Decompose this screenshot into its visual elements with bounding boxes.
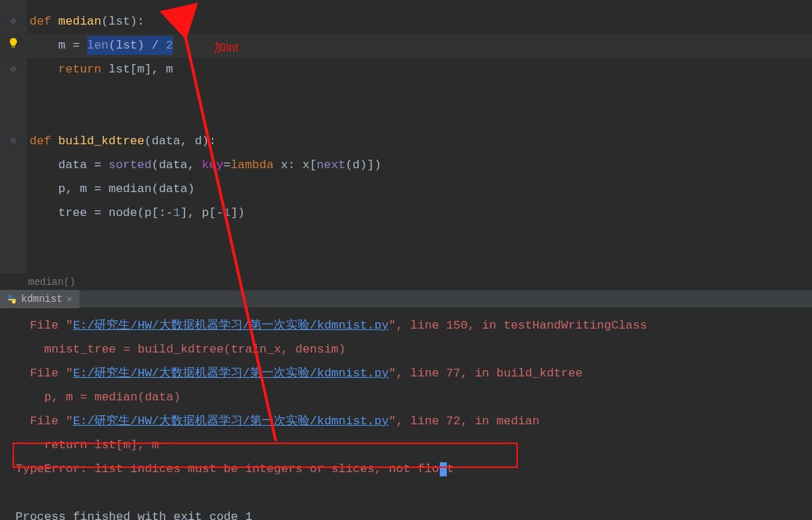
code-line[interactable]: p, m = median(data)	[0, 177, 812, 201]
code-token: len	[87, 39, 109, 52]
code-line[interactable]	[0, 82, 812, 106]
traceback-line: File "E:/研究生/HW/大数据机器学习/第一次实验/kdmnist.py…	[15, 410, 812, 433]
code-token: next	[317, 158, 345, 172]
code-line[interactable]: tree = node(p[:-1], p[-1])	[0, 201, 812, 225]
code-token: (lst):	[101, 15, 144, 28]
code-line[interactable]: m = len(lst) / 2	[0, 34, 812, 58]
svg-rect-0	[12, 46, 15, 48]
code-token: return	[58, 63, 108, 76]
intention-bulb-icon[interactable]	[0, 34, 27, 58]
code-editor[interactable]: ⊖def median(lst): m = len(lst) / 2⊖ retu…	[0, 0, 812, 273]
code-token: ], p[-	[180, 206, 223, 220]
code-line[interactable]: ⊖def build_kdtree(data, d):	[0, 129, 812, 153]
code-token: median	[58, 15, 101, 28]
code-token: 2	[166, 39, 173, 52]
code-token: sorted	[108, 158, 151, 172]
code-token: lambda	[231, 158, 281, 172]
python-file-icon	[7, 294, 17, 304]
code-token	[30, 63, 58, 76]
code-token: data =	[30, 158, 108, 172]
fold-icon[interactable]: ⊖	[0, 10, 27, 34]
code-token: tree = node(p[:-	[30, 206, 173, 220]
error-message: TypeError: list indices must be integers…	[15, 457, 812, 481]
traceback-file-link[interactable]: E:/研究生/HW/大数据机器学习/第一次实验/kdmnist.py	[73, 319, 389, 332]
code-token: x: x[	[281, 158, 317, 172]
code-token: def	[30, 15, 58, 28]
code-token: =	[223, 158, 230, 172]
code-token: (d)])	[345, 158, 381, 172]
code-token: build_kdtree	[58, 134, 144, 148]
close-icon[interactable]: ✕	[67, 293, 72, 305]
process-exit-line: Process finished with exit code 1	[15, 505, 812, 520]
code-token: lst[m], m	[108, 63, 173, 76]
code-line[interactable]: ⊖ return lst[m], m	[0, 58, 812, 82]
console-tab-bar: kdmnist ✕	[0, 290, 812, 308]
console-cursor	[440, 462, 447, 476]
traceback-file-link[interactable]: E:/研究生/HW/大数据机器学习/第一次实验/kdmnist.py	[73, 367, 389, 380]
code-line[interactable]	[0, 225, 812, 249]
tab-kdmnist[interactable]: kdmnist ✕	[0, 290, 80, 308]
code-token: ])	[231, 206, 245, 220]
code-token: 1	[223, 206, 230, 220]
traceback-line: return lst[m], m	[15, 433, 812, 457]
code-line[interactable]	[0, 106, 812, 129]
traceback-line: File "E:/研究生/HW/大数据机器学习/第一次实验/kdmnist.py…	[15, 362, 812, 386]
code-token: 1	[173, 206, 180, 220]
traceback-line: mnist_tree = build_kdtree(train_x, densi…	[15, 338, 812, 362]
fold-icon[interactable]: ⊖	[0, 129, 27, 153]
traceback-line: File "E:/研究生/HW/大数据机器学习/第一次实验/kdmnist.py…	[15, 314, 812, 338]
code-token: (data, d):	[144, 134, 216, 148]
text-selection: len(lst) / 2	[87, 36, 173, 55]
code-token: (lst) /	[108, 39, 166, 52]
run-console[interactable]: File "E:/研究生/HW/大数据机器学习/第一次实验/kdmnist.py…	[0, 308, 812, 520]
svg-rect-4	[8, 299, 16, 300]
annotation-text: 加int	[214, 39, 239, 56]
code-line[interactable]: ⊖def median(lst):	[0, 10, 812, 34]
code-line[interactable]: data = sorted(data, key=lambda x: x[next…	[0, 153, 812, 177]
fold-icon[interactable]: ⊖	[0, 58, 27, 82]
traceback-file-link[interactable]: E:/研究生/HW/大数据机器学习/第一次实验/kdmnist.py	[73, 414, 389, 428]
breadcrumb: median()	[0, 273, 812, 290]
code-token: m =	[30, 39, 87, 52]
code-token: def	[30, 134, 58, 148]
code-token: key	[202, 158, 224, 172]
traceback-line: p, m = median(data)	[15, 386, 812, 410]
tab-label: kdmnist	[21, 293, 63, 305]
code-token: (data,	[151, 158, 201, 172]
code-token: p, m = median(data)	[30, 182, 195, 196]
